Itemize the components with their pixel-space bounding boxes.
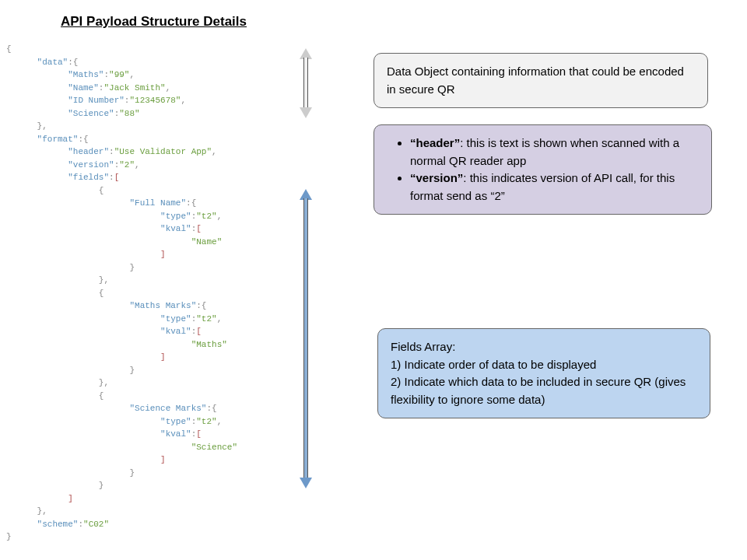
format-callout: “header”: this is text is shown when sca… [374, 124, 712, 215]
json-code-block: { "data":{ "Maths":"99", "Name":"Jack Sm… [6, 43, 237, 544]
fields-callout: Fields Array: 1) Indicate order of data … [377, 328, 710, 418]
data-range-arrow [300, 48, 311, 118]
page-title: API Payload Structure Details [61, 14, 247, 30]
data-callout: Data Object containing information that … [374, 53, 708, 108]
fields-range-arrow [300, 189, 311, 488]
